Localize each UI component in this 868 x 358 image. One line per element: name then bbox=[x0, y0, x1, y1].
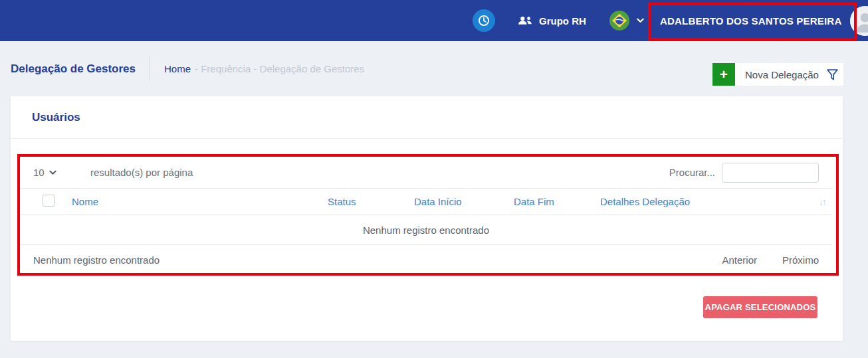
table-controls-row: 10 resultado(s) por página Procurar... bbox=[20, 157, 832, 188]
column-header-data-inicio[interactable]: Data Início bbox=[409, 189, 508, 215]
select-chevron-icon bbox=[49, 170, 56, 175]
pagination-next[interactable]: Próximo bbox=[782, 254, 819, 266]
page-size-label: resultado(s) por página bbox=[90, 167, 193, 178]
clock-button[interactable] bbox=[473, 9, 495, 32]
new-delegation-button[interactable]: + Nova Delegação bbox=[712, 63, 829, 86]
sort-arrows-icon[interactable]: ↓↑ bbox=[768, 189, 832, 215]
column-header-nome[interactable]: Nome bbox=[66, 189, 322, 215]
brazil-flag-icon bbox=[609, 11, 629, 31]
filter-funnel-icon bbox=[825, 68, 839, 82]
page-size-select[interactable]: 10 bbox=[33, 167, 90, 178]
filter-button[interactable] bbox=[821, 63, 843, 86]
card-title: Usuários bbox=[32, 111, 80, 124]
person-icon bbox=[850, 6, 868, 36]
delegations-table-area: 10 resultado(s) por página Procurar... bbox=[20, 157, 832, 274]
user-menu[interactable]: ADALBERTO DOS SANTOS PEREIRA bbox=[660, 0, 868, 41]
search-input[interactable] bbox=[722, 163, 819, 183]
select-all-checkbox[interactable] bbox=[43, 195, 54, 207]
empty-state-row: Nenhum registro encontrado bbox=[20, 215, 832, 245]
page-title: Delegação de Gestores bbox=[11, 62, 136, 76]
breadcrumb-trail: - Frequência - Delegação de Gestores bbox=[195, 63, 364, 74]
breadcrumb-home-link[interactable]: Home bbox=[164, 63, 191, 74]
chevron-down-icon bbox=[637, 18, 644, 23]
users-group-icon bbox=[517, 15, 533, 26]
delete-selected-button[interactable]: APAGAR SELECIONADOS bbox=[703, 296, 817, 318]
top-navbar: Grupo RH ADALBERTO DOS SANTOS PEREIRA bbox=[0, 0, 868, 41]
pagination-previous[interactable]: Anterior bbox=[722, 254, 757, 266]
empty-state-message: Nenhum registro encontrado bbox=[20, 215, 832, 245]
user-avatar[interactable] bbox=[850, 6, 868, 36]
card-header: Usuários bbox=[11, 96, 843, 139]
footer-status-text: Nenhum registro encontrado bbox=[33, 254, 160, 266]
breadcrumb-divider bbox=[150, 56, 150, 82]
language-selector[interactable] bbox=[609, 0, 644, 41]
nav-group-menu[interactable]: Grupo RH bbox=[517, 0, 586, 41]
search-label: Procurar... bbox=[669, 167, 715, 178]
new-delegation-label: Nova Delegação bbox=[735, 63, 829, 86]
clock-icon bbox=[477, 14, 490, 27]
plus-icon: + bbox=[712, 63, 735, 86]
users-card: Usuários 10 resultado(s) por página Proc… bbox=[11, 96, 843, 341]
table-header-row: Nome Status Data Início Data Fim Detalhe… bbox=[20, 189, 832, 215]
page-size-value: 10 bbox=[33, 167, 45, 178]
table-footer-row: Nenhum registro encontrado Anterior Próx… bbox=[20, 245, 832, 274]
column-header-status[interactable]: Status bbox=[322, 189, 409, 215]
nav-group-label: Grupo RH bbox=[539, 15, 586, 27]
column-header-detalhes[interactable]: Detalhes Delegação bbox=[595, 189, 768, 215]
column-header-data-fim[interactable]: Data Fim bbox=[508, 189, 595, 215]
delegations-table: Nome Status Data Início Data Fim Detalhe… bbox=[20, 188, 832, 245]
user-name: ADALBERTO DOS SANTOS PEREIRA bbox=[660, 15, 841, 27]
app-screen: Grupo RH ADALBERTO DOS SANTOS PEREIRA De… bbox=[0, 0, 868, 358]
